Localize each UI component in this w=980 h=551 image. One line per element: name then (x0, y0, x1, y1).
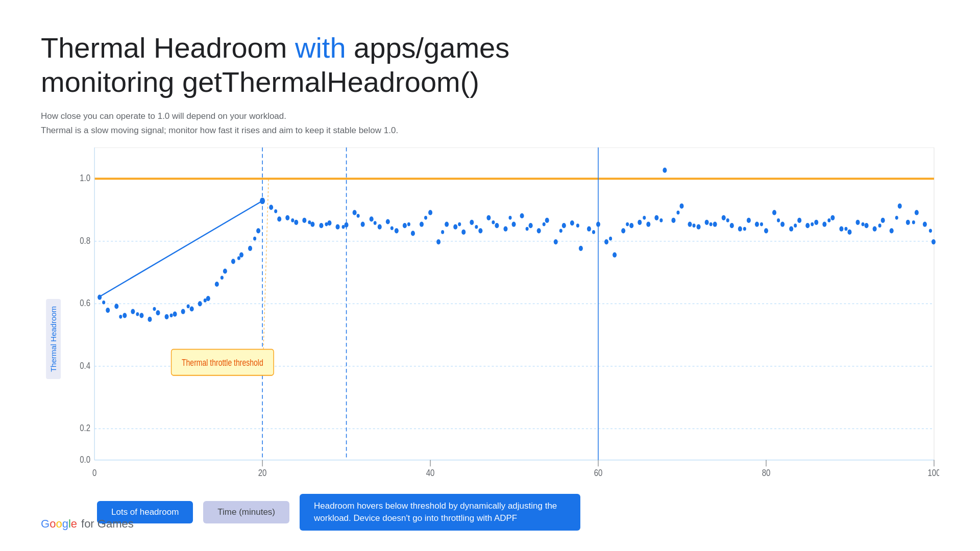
chart-area: Thermal Headroom 1.0 0.8 (41, 147, 939, 531)
bottom-labels: Lots of headroom Time (minutes) Headroom… (69, 494, 939, 531)
svg-text:0.8: 0.8 (80, 235, 90, 246)
svg-point-107 (738, 226, 742, 231)
svg-text:Thermal throttle threshold: Thermal throttle threshold (182, 357, 263, 367)
svg-point-151 (441, 230, 444, 234)
svg-text:0: 0 (92, 467, 96, 478)
svg-point-68 (411, 231, 415, 236)
svg-point-167 (709, 222, 713, 227)
svg-point-82 (529, 223, 533, 228)
y-axis-label-container: Thermal Headroom (41, 147, 66, 531)
title-with: with (295, 32, 346, 64)
svg-point-56 (310, 221, 314, 227)
svg-point-61 (353, 210, 357, 215)
title-part1: Thermal Headroom (41, 32, 295, 64)
svg-point-139 (237, 256, 240, 260)
svg-point-71 (436, 239, 440, 244)
svg-point-108 (747, 218, 751, 223)
svg-text:60: 60 (594, 467, 603, 478)
svg-point-65 (386, 219, 390, 224)
svg-point-34 (131, 309, 135, 314)
svg-point-85 (554, 239, 558, 244)
svg-point-81 (520, 213, 524, 218)
svg-point-47 (239, 252, 243, 257)
svg-point-95 (638, 219, 642, 224)
google-logo: Google for Games (41, 517, 134, 531)
svg-point-35 (139, 313, 143, 318)
svg-point-113 (789, 226, 793, 231)
svg-point-66 (395, 228, 399, 233)
svg-point-176 (862, 222, 865, 227)
svg-point-57 (319, 223, 323, 228)
svg-point-141 (274, 209, 277, 213)
svg-point-92 (612, 252, 617, 257)
svg-point-77 (486, 215, 491, 220)
svg-point-119 (839, 226, 843, 231)
svg-point-74 (461, 230, 465, 235)
svg-point-40 (181, 309, 185, 314)
svg-point-83 (537, 228, 541, 233)
svg-point-145 (342, 225, 345, 229)
svg-point-54 (294, 219, 298, 224)
svg-point-79 (503, 226, 507, 231)
svg-point-161 (609, 237, 612, 241)
headroom-description-label: Headroom hovers below threshold by dynam… (300, 494, 580, 531)
svg-point-131 (102, 300, 105, 305)
y-axis-label: Thermal Headroom (46, 299, 61, 379)
svg-point-80 (512, 221, 516, 227)
svg-point-69 (420, 221, 424, 227)
svg-point-100 (680, 204, 684, 209)
svg-point-135 (170, 313, 173, 317)
svg-point-115 (805, 223, 810, 228)
svg-point-155 (509, 216, 512, 220)
svg-point-45 (223, 268, 227, 273)
svg-point-180 (929, 229, 932, 233)
svg-point-90 (596, 221, 600, 227)
svg-point-112 (780, 221, 785, 227)
svg-point-78 (495, 223, 499, 228)
svg-point-153 (475, 225, 478, 229)
svg-point-120 (847, 230, 851, 235)
svg-point-55 (302, 218, 306, 223)
svg-point-136 (187, 304, 190, 308)
svg-point-142 (291, 218, 294, 222)
svg-point-110 (764, 228, 768, 233)
svg-point-39 (173, 311, 177, 316)
svg-point-89 (587, 226, 591, 231)
svg-point-114 (797, 218, 801, 223)
svg-point-72 (445, 221, 449, 227)
svg-point-105 (722, 215, 726, 220)
svg-point-67 (403, 223, 407, 228)
title-block: Thermal Headroom with apps/games monitor… (41, 31, 939, 99)
svg-point-64 (378, 224, 382, 229)
svg-point-116 (814, 219, 818, 224)
time-minutes-label: Time (minutes) (203, 501, 289, 523)
svg-point-84 (545, 218, 549, 223)
title-line-2: monitoring getThermalHeadroom() (41, 65, 939, 99)
svg-point-123 (873, 226, 877, 231)
svg-point-111 (772, 210, 776, 215)
chart-with-xaxis: 1.0 0.8 0.6 0.4 0.2 0.0 (69, 147, 939, 531)
svg-point-30 (97, 294, 102, 299)
svg-point-46 (231, 259, 235, 264)
svg-point-152 (458, 222, 461, 227)
svg-point-125 (890, 228, 894, 233)
svg-point-149 (407, 222, 410, 227)
svg-point-138 (220, 276, 224, 280)
svg-point-109 (755, 221, 759, 227)
svg-point-133 (136, 312, 139, 316)
chart-svg-container: 1.0 0.8 0.6 0.4 0.2 0.0 (69, 147, 939, 486)
svg-point-162 (626, 222, 629, 227)
subtitle-line-1: How close you can operate to 1.0 will de… (41, 109, 939, 123)
svg-point-101 (688, 221, 692, 227)
svg-point-49 (256, 228, 260, 233)
svg-point-87 (570, 220, 574, 226)
svg-point-93 (621, 228, 625, 233)
svg-point-122 (865, 223, 869, 228)
svg-point-159 (576, 223, 579, 228)
svg-text:0.0: 0.0 (80, 454, 90, 465)
svg-point-172 (794, 223, 797, 228)
svg-point-168 (726, 218, 729, 222)
svg-point-94 (629, 223, 633, 228)
svg-text:0.4: 0.4 (80, 360, 90, 371)
svg-point-60 (345, 222, 349, 228)
